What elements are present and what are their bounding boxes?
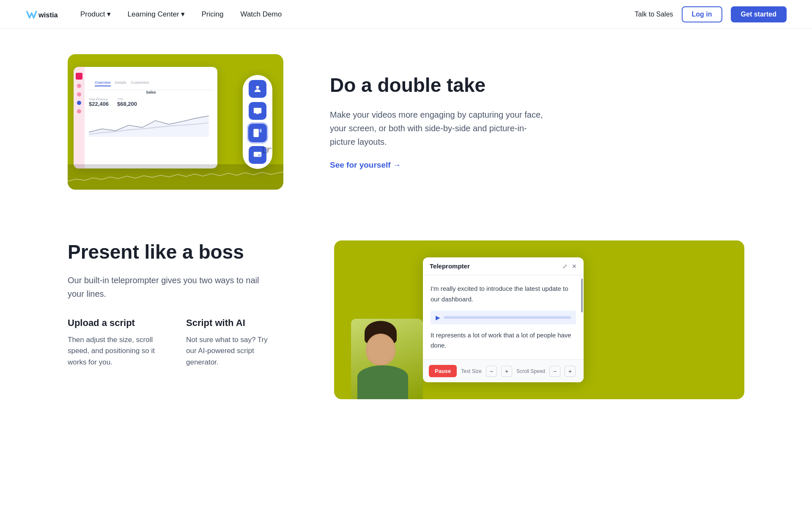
- person-svg: [253, 84, 262, 94]
- tab-details[interactable]: Details: [115, 80, 127, 86]
- nav-learning-center[interactable]: Learning Center ▾: [128, 10, 185, 19]
- pip-svg: [253, 150, 262, 160]
- teleprompter-window: Teleprompter ⤢ ✕ I'm really excited to i…: [423, 257, 584, 382]
- present-body: Our built-in teleprompter gives you two …: [68, 273, 262, 301]
- tab-customers[interactable]: Customers: [131, 80, 149, 86]
- person-head: [366, 334, 395, 365]
- dashboard-mockup: Overview Details Customers Sales Total R…: [74, 67, 217, 168]
- scroll-speed-decrease-button[interactable]: −: [549, 366, 560, 377]
- double-take-visual: Overview Details Customers Sales Total R…: [68, 54, 288, 190]
- scroll-speed-increase-button[interactable]: +: [565, 366, 576, 377]
- upload-script-col: Upload a script Then adjust the size, sc…: [68, 318, 161, 368]
- present-heading: Present like a boss: [68, 240, 300, 263]
- dashboard-title: Sales: [89, 90, 213, 94]
- ai-script-body: Not sure what to say? Try our AI-powered…: [186, 334, 279, 368]
- teleprompter-body: I'm really excited to introduce the late…: [423, 275, 584, 359]
- nav-watch-demo[interactable]: Watch Demo: [240, 10, 282, 19]
- chevron-down-icon: ▾: [181, 10, 185, 19]
- sidebar-icon-4: [77, 109, 81, 113]
- svg-rect-9: [68, 164, 283, 190]
- layout-icon-button[interactable]: [248, 124, 267, 142]
- scroll-speed-label: Scroll Speed: [516, 368, 545, 374]
- svg-point-2: [256, 86, 259, 89]
- text-size-increase-button[interactable]: +: [501, 366, 512, 377]
- close-icon[interactable]: ✕: [572, 263, 577, 270]
- nav-pricing[interactable]: Pricing: [202, 10, 224, 19]
- sidebar-icon-3: [77, 101, 81, 105]
- wistia-logo-svg: wistia: [25, 7, 63, 22]
- main-content: Overview Details Customers Sales Total R…: [0, 29, 812, 433]
- screen-icon-button[interactable]: [249, 102, 266, 120]
- text-size-label: Text Size: [461, 368, 482, 374]
- highlight-spacer: [444, 316, 571, 319]
- upload-script-grid: Upload a script Then adjust the size, sc…: [68, 318, 300, 368]
- get-started-button[interactable]: Get started: [731, 6, 787, 22]
- dashboard-content: Overview Details Customers Sales Total R…: [85, 67, 217, 140]
- double-take-heading: Do a double take: [330, 74, 753, 97]
- video-wave-overlay: [68, 164, 283, 190]
- sidebar-icon-2: [77, 92, 81, 97]
- stat-1: Total Revenue $22,406: [89, 98, 109, 107]
- stat-2: YTD $68,200: [117, 98, 137, 107]
- teleprompter-text-1: I'm really excited to introduce the late…: [431, 284, 576, 305]
- svg-rect-6: [260, 129, 262, 133]
- tab-overview[interactable]: Overview: [95, 80, 111, 86]
- chart-svg: [89, 111, 213, 137]
- stat-2-label: YTD: [117, 98, 137, 101]
- ai-script-heading: Script with AI: [186, 318, 279, 329]
- teleprompter-header: Teleprompter ⤢ ✕: [423, 257, 584, 275]
- svg-rect-5: [253, 129, 259, 137]
- layout-svg: [252, 128, 262, 138]
- login-button[interactable]: Log in: [682, 6, 722, 22]
- upload-script-heading: Upload a script: [68, 318, 161, 329]
- text-size-decrease-button[interactable]: −: [486, 366, 497, 377]
- stat-2-value: $68,200: [117, 101, 137, 107]
- stat-1-label: Total Revenue: [89, 98, 109, 101]
- dashboard-sidebar: [74, 67, 85, 168]
- nav-product[interactable]: Product ▾: [80, 10, 111, 19]
- navigation: wistia Product ▾ Learning Center ▾ Prici…: [0, 0, 812, 29]
- teleprompter-highlight-row: ▶: [431, 311, 576, 324]
- teleprompter-title: Teleprompter: [430, 262, 470, 270]
- sidebar-logo-icon: [76, 73, 82, 80]
- svg-text:wistia: wistia: [38, 11, 58, 18]
- sidebar-icon-1: [77, 84, 81, 88]
- teleprompter-footer: Pause Text Size − + Scroll Speed − +: [423, 359, 584, 382]
- wave-svg: [68, 164, 283, 190]
- double-take-text: Do a double take Make your videos more e…: [330, 74, 753, 170]
- cursor-hand-icon: ☞: [262, 143, 272, 157]
- screen-svg: [253, 106, 262, 116]
- present-text: Present like a boss Our built-in telepro…: [68, 240, 300, 368]
- nav-center: Product ▾ Learning Center ▾ Pricing Watc…: [80, 10, 282, 19]
- chevron-down-icon: ▾: [107, 10, 111, 19]
- talk-to-sales-button[interactable]: Talk to Sales: [635, 11, 673, 18]
- logo[interactable]: wistia: [25, 7, 63, 22]
- recording-options-pill: ☞: [243, 75, 272, 169]
- teleprompter-actions: ⤢ ✕: [562, 263, 577, 270]
- double-take-body: Make your videos more engaging by captur…: [330, 108, 550, 149]
- play-arrow-icon: ▶: [436, 314, 440, 321]
- section-present: Present like a boss Our built-in telepro…: [25, 215, 787, 433]
- stat-1-value: $22,406: [89, 101, 109, 107]
- svg-rect-3: [254, 108, 261, 113]
- ai-script-col: Script with AI Not sure what to say? Try…: [186, 318, 279, 368]
- external-link-icon[interactable]: ⤢: [562, 263, 568, 270]
- section-double-take: Overview Details Customers Sales Total R…: [25, 29, 787, 215]
- teleprompter-text-2: It represents a lot of work that a lot o…: [431, 330, 576, 351]
- svg-rect-8: [258, 154, 261, 156]
- nav-right: Talk to Sales Log in Get started: [635, 6, 787, 22]
- teleprompter-feature-image: Teleprompter ⤢ ✕ I'm really excited to i…: [334, 240, 744, 399]
- chart-area: [89, 111, 213, 137]
- face-cam: [351, 319, 423, 399]
- see-for-yourself-link[interactable]: See for yourself →: [330, 160, 401, 170]
- dashboard-tabs: Overview Details Customers: [89, 77, 213, 90]
- svg-rect-4: [256, 113, 259, 114]
- upload-script-body: Then adjust the size, scroll speed, and …: [68, 334, 161, 368]
- double-take-image: Overview Details Customers Sales Total R…: [68, 54, 283, 190]
- teleprompter-scrollbar[interactable]: [581, 279, 583, 312]
- dashboard-stats: Total Revenue $22,406 YTD $68,200: [89, 98, 213, 107]
- person-body: [357, 365, 408, 399]
- pause-button[interactable]: Pause: [429, 365, 457, 377]
- person-icon-button[interactable]: [249, 80, 266, 98]
